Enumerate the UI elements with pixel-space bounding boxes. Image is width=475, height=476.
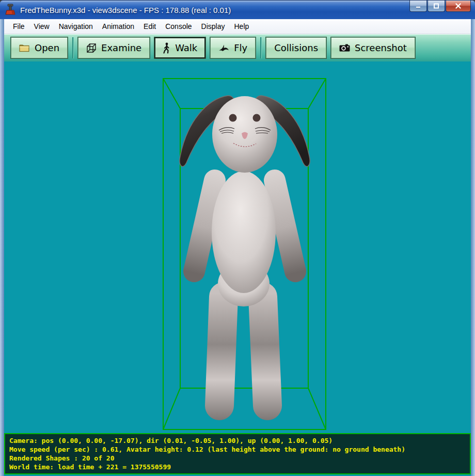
fly-button[interactable]: Fly xyxy=(210,37,256,58)
bird-icon xyxy=(218,44,229,52)
menubar: File View Navigation Animation Edit Cons… xyxy=(4,19,471,34)
open-button[interactable]: Open xyxy=(11,37,68,58)
toolbar-separator xyxy=(72,37,74,58)
menu-navigation[interactable]: Navigation xyxy=(54,21,98,32)
menu-view[interactable]: View xyxy=(29,21,54,32)
status-move-speed: Move speed (per sec) : 0.61, Avatar heig… xyxy=(9,445,466,454)
status-camera: Camera: pos (0.00, 0.00, -17.07), dir (0… xyxy=(9,436,466,445)
bunny-arm-right xyxy=(275,180,295,271)
viewport-3d[interactable] xyxy=(4,62,471,433)
menu-help[interactable]: Help xyxy=(229,21,254,32)
screenshot-button-label: Screenshot xyxy=(355,42,407,53)
bunny-model xyxy=(180,96,310,406)
toolbar-separator xyxy=(260,37,262,58)
open-button-label: Open xyxy=(35,42,59,53)
window-controls xyxy=(409,1,471,12)
minimize-button[interactable] xyxy=(409,1,427,12)
folder-icon xyxy=(19,43,30,52)
collisions-button[interactable]: Collisions xyxy=(266,37,326,58)
maximize-button[interactable] xyxy=(427,1,445,12)
walk-button[interactable]: Walk xyxy=(154,37,205,58)
bunny-torso xyxy=(212,171,276,293)
examine-button-label: Examine xyxy=(101,42,141,53)
walking-person-icon xyxy=(163,42,170,54)
bunny-eye-left xyxy=(229,114,237,122)
camera-icon xyxy=(339,44,350,52)
close-button[interactable] xyxy=(446,1,471,12)
menu-edit[interactable]: Edit xyxy=(139,21,161,32)
toolbar: Open Examine xyxy=(4,34,471,62)
status-rendered-shapes: Rendered Shapes : 20 of 20 xyxy=(9,454,466,463)
bunny-arm-left xyxy=(194,180,215,271)
bunny-leg-left xyxy=(219,297,224,406)
screenshot-button[interactable]: Screenshot xyxy=(331,37,415,58)
window-frame-right xyxy=(471,19,475,476)
menu-display[interactable]: Display xyxy=(197,21,230,32)
statusbar: Camera: pos (0.00, 0.00, -17.07), dir (0… xyxy=(4,433,471,474)
walk-button-label: Walk xyxy=(175,42,197,53)
examine-button[interactable]: Examine xyxy=(78,37,150,58)
status-world-time: World time: load time + 221 = 1375550599 xyxy=(9,463,466,471)
cube-icon xyxy=(86,43,97,53)
fly-button-label: Fly xyxy=(234,42,247,53)
app-window: FredTheBunny.x3d - view3dscene - FPS : 1… xyxy=(0,0,475,476)
titlebar[interactable]: FredTheBunny.x3d - view3dscene - FPS : 1… xyxy=(0,0,475,19)
scene-svg xyxy=(4,62,471,433)
bunny-eye-right xyxy=(253,114,261,122)
menu-animation[interactable]: Animation xyxy=(98,21,139,32)
app-icon xyxy=(5,4,16,16)
menu-file[interactable]: File xyxy=(8,21,29,32)
menu-console[interactable]: Console xyxy=(161,21,196,32)
bunny-leg-right xyxy=(263,297,267,406)
window-frame-left xyxy=(0,19,4,476)
collisions-button-label: Collisions xyxy=(274,42,318,53)
window-title: FredTheBunny.x3d - view3dscene - FPS : 1… xyxy=(20,6,231,14)
